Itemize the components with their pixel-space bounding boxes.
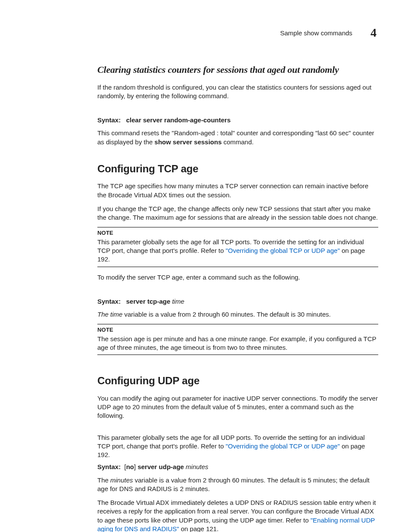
heading-udp-age: Configuring UDP age [97, 374, 378, 388]
syntax-bracket: ] [134, 463, 136, 470]
syntax-no: no [126, 463, 134, 470]
para-intro-1: If the random threshold is configured, y… [97, 83, 378, 101]
text-fragment: variable is a value from 2 through 60 mi… [122, 311, 330, 318]
note-label: NOTE [97, 229, 378, 237]
text-fragment: The [97, 476, 110, 484]
note-body: This parameter globally sets the age for… [97, 238, 378, 264]
syntax-command: server tcp-age [126, 298, 171, 305]
running-header: Sample show commands 4 [30, 26, 381, 40]
text-fragment: on page 121. [179, 525, 219, 532]
para-tcp-3: To modify the server TCP age, enter a co… [97, 273, 378, 282]
header-title: Sample show commands [280, 29, 352, 37]
chapter-number: 4 [371, 26, 377, 40]
page: Sample show commands 4 Clearing statisti… [0, 0, 411, 532]
text-fragment: variable is a value from 2 through 60 mi… [97, 476, 370, 492]
syntax-command: clear server random-age-counters [126, 116, 231, 124]
command-inline: show server sessions [155, 138, 222, 146]
syntax-arg: time [172, 298, 184, 305]
syntax-line-3: Syntax: [no] server udp-age minutes [97, 463, 378, 471]
syntax-label: Syntax: [97, 463, 121, 470]
link-override-tcp-udp-2[interactable]: "Overriding the global TCP or UDP age" [226, 442, 340, 450]
text-italic: The time [97, 311, 122, 318]
syntax-label: Syntax: [97, 116, 121, 124]
syntax-arg: minutes [186, 463, 209, 470]
para-tcp-4: The time variable is a value from 2 thro… [97, 310, 378, 319]
note-block-1: NOTE This parameter globally sets the ag… [97, 227, 378, 267]
heading-clearing-stats: Clearing statistics counters for session… [97, 63, 378, 76]
note-label: NOTE [97, 326, 378, 334]
para-udp-2: This parameter globally sets the age for… [97, 433, 378, 460]
para-udp-1: You can modify the aging out parameter f… [97, 394, 378, 420]
para-udp-3: The minutes variable is a value from 2 t… [97, 476, 378, 494]
text-italic: minutes [110, 476, 133, 484]
content-area: Clearing statistics counters for session… [97, 63, 378, 532]
note-block-2: NOTE The session age is per minute and h… [97, 324, 378, 355]
para-tcp-2: If you change the TCP age, the change af… [97, 205, 378, 222]
syntax-line-2: Syntax: server tcp-age time [97, 297, 378, 306]
heading-tcp-age: Configuring TCP age [97, 162, 378, 176]
link-override-tcp-udp[interactable]: "Overriding the global TCP or UDP age" [226, 247, 340, 254]
para-udp-4: The Brocade Virtual ADX immediately dele… [97, 498, 378, 532]
para-desc-1: This command resets the "Random-aged : t… [97, 129, 378, 146]
syntax-line-1: Syntax: clear server random-age-counters [97, 116, 378, 124]
syntax-label: Syntax: [97, 298, 121, 305]
note-body: The session age is per minute and has a … [97, 335, 378, 352]
para-tcp-1: The TCP age specifies how many minutes a… [97, 182, 378, 199]
syntax-command: server udp-age [137, 463, 184, 470]
text-fragment: command. [222, 138, 254, 146]
